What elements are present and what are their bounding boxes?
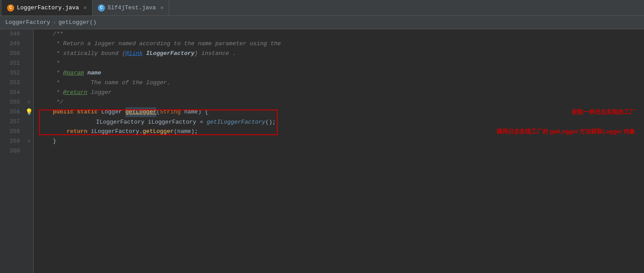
code-350-text: * statically bound { xyxy=(39,49,125,58)
tab-icon-slf4jtest: C xyxy=(98,4,105,12)
gutter-356-bulb[interactable]: 💡 xyxy=(24,107,33,117)
gutter-353 xyxy=(24,78,33,88)
line-num-359: 359 xyxy=(0,136,20,146)
code-350-classref: ILoggerFactory xyxy=(146,49,194,58)
gutter-354 xyxy=(24,88,33,98)
tab-loggerfactory[interactable]: C LoggerFactory.java ✕ xyxy=(2,0,93,16)
code-line-349: * Return a logger named according to the… xyxy=(39,39,644,49)
code-357-method: getILoggerFactory xyxy=(206,119,265,125)
annotation-356: 获取一种日志实现的工厂 xyxy=(572,107,635,117)
code-359-text: } xyxy=(39,136,56,146)
code-358-var: iLoggerFactory. xyxy=(91,127,143,136)
code-358-return: return xyxy=(39,127,91,136)
code-354-star: * xyxy=(39,88,63,98)
tab-slf4jtest[interactable]: C Slf4jTest.java ✕ xyxy=(93,0,169,16)
code-358-args: (name); xyxy=(174,127,198,136)
code-line-353: * The name of the logger. xyxy=(39,78,644,88)
breadcrumb-class: LoggerFactory xyxy=(5,19,50,26)
breadcrumb-bar: LoggerFactory › getLogger() xyxy=(0,16,644,29)
code-area: 348 349 350 351 352 353 354 355 356 357 … xyxy=(0,29,644,273)
code-line-357: ILoggerFactory iLoggerFactory = getILogg… xyxy=(39,117,644,127)
code-line-351: * xyxy=(39,58,644,68)
code-line-360 xyxy=(39,146,644,156)
gutter-360 xyxy=(24,146,33,156)
code-line-348: /** xyxy=(39,29,644,39)
line-num-351: 351 xyxy=(0,58,20,68)
code-352-star: * xyxy=(39,68,63,78)
line-num-357: 357 xyxy=(0,117,20,127)
code-354-logger: logger xyxy=(87,88,112,98)
tab-label-slf4jtest: Slf4jTest.java xyxy=(108,4,156,11)
gutter-349 xyxy=(24,39,33,49)
tab-label-loggerfactory: LoggerFactory.java xyxy=(17,4,79,11)
gutter-357 xyxy=(24,117,33,127)
gutter-348 xyxy=(24,29,33,39)
gutter-359: ▽ xyxy=(24,136,33,146)
tab-close-slf4jtest[interactable]: ✕ xyxy=(160,4,163,11)
tab-bar: C LoggerFactory.java ✕ C Slf4jTest.java … xyxy=(0,0,644,16)
gutter: ▽ 💡 ▽ xyxy=(24,29,33,273)
code-line-350: * statically bound {@link ILoggerFactory… xyxy=(39,49,644,58)
line-num-360: 360 xyxy=(0,146,20,156)
line-numbers: 348 349 350 351 352 353 354 355 356 357 … xyxy=(0,29,24,273)
code-352-space xyxy=(84,68,87,78)
breadcrumb-separator: › xyxy=(53,20,56,25)
code-358-getlogger: getLogger xyxy=(143,127,174,136)
annotation-358: 调用日志实现工厂的 getLogger 方法获取Logger 对象 xyxy=(497,127,635,136)
code-350-link: @link xyxy=(125,49,143,58)
line-num-354: 354 xyxy=(0,88,20,98)
code-line-358: return iLoggerFactory.getLogger(name); 调… xyxy=(39,127,644,136)
code-354-return: @return xyxy=(63,88,88,98)
tab-icon-loggerfactory: C xyxy=(7,4,14,12)
code-line-354: * @return logger xyxy=(39,88,644,98)
code-line-355: */ xyxy=(39,98,644,107)
gutter-350 xyxy=(24,49,33,58)
code-355-text: */ xyxy=(39,98,63,107)
code-350-text2 xyxy=(143,49,146,58)
code-line-352: * @param name xyxy=(39,68,644,78)
code-350-text3: } instance . xyxy=(194,49,236,58)
code-353-text: * The name of the logger. xyxy=(39,78,170,88)
code-348-text: /** xyxy=(39,29,63,39)
code-357-eq: = xyxy=(196,119,206,125)
code-349-text: * Return a logger named according to the… xyxy=(39,39,281,49)
code-357-parens: (); xyxy=(265,119,275,125)
line-num-348: 348 xyxy=(0,29,20,39)
line-num-356: 356 xyxy=(0,107,20,117)
line-num-350: 350 xyxy=(0,49,20,58)
gutter-355: ▽ xyxy=(24,98,33,107)
code-352-param: @param xyxy=(63,68,84,78)
tab-close-loggerfactory[interactable]: ✕ xyxy=(83,4,86,11)
code-352-name: name xyxy=(87,68,101,78)
breadcrumb-method: getLogger() xyxy=(58,19,97,26)
code-line-359: } xyxy=(39,136,644,146)
line-num-353: 353 xyxy=(0,78,20,88)
code-357-iloggerfactory-type: ILoggerFactory xyxy=(68,119,147,125)
line-num-358: 358 xyxy=(0,127,20,136)
line-num-352: 352 xyxy=(0,68,20,78)
gutter-351 xyxy=(24,58,33,68)
code-content[interactable]: /** * Return a logger named according to… xyxy=(34,29,644,273)
code-357-var: iLoggerFactory xyxy=(148,119,196,125)
line-num-355: 355 xyxy=(0,98,20,107)
code-351-text: * xyxy=(39,58,60,68)
gutter-352 xyxy=(24,68,33,78)
line-num-349: 349 xyxy=(0,39,20,49)
gutter-358 xyxy=(24,127,33,136)
